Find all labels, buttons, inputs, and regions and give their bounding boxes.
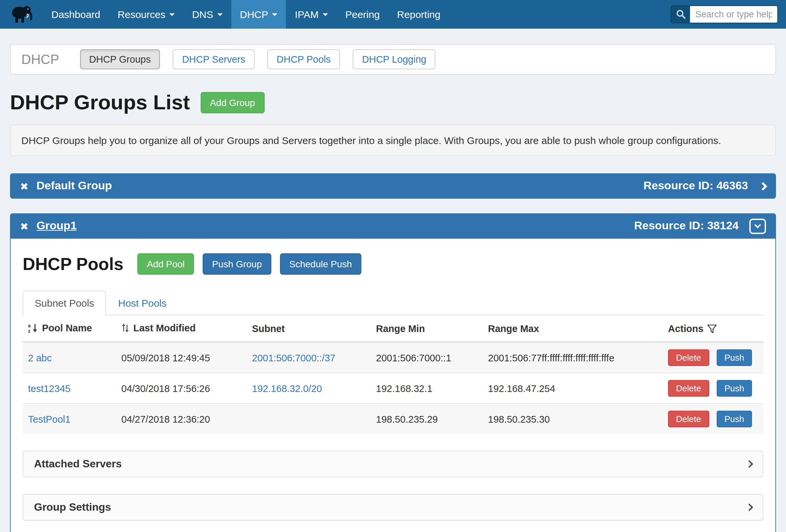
nav-item-dashboard[interactable]: Dashboard bbox=[43, 0, 109, 29]
dhcp-subnav: DHCP DHCP Groups DHCP Servers DHCP Pools… bbox=[10, 44, 776, 75]
subnav-dhcp-logging-button[interactable]: DHCP Logging bbox=[353, 49, 436, 69]
sort-icon[interactable] bbox=[121, 323, 129, 333]
group-header-group1[interactable]: ✖ Group1 Resource ID: 38124 bbox=[10, 213, 776, 239]
nav-item-dns[interactable]: DNS bbox=[183, 0, 231, 29]
delete-button[interactable]: Delete bbox=[668, 349, 709, 366]
nav-label: Reporting bbox=[397, 9, 440, 20]
column-header-pool-name[interactable]: a z Pool Name bbox=[23, 315, 116, 342]
section-label: DHCP bbox=[21, 52, 59, 67]
actions-cell: Delete Push bbox=[663, 404, 763, 434]
page: Dashboard Resources DNS DHCP IPAM Peerin… bbox=[0, 0, 786, 532]
subnet-link[interactable]: 192.168.32.0/20 bbox=[252, 383, 322, 394]
range-min-cell: 2001:506:7000::1 bbox=[371, 342, 483, 373]
accordion-label: Group Settings bbox=[34, 501, 111, 513]
mammoth-logo-icon bbox=[10, 4, 34, 25]
search-input[interactable] bbox=[690, 5, 778, 23]
push-button[interactable]: Push bbox=[716, 411, 752, 427]
column-header-range-min: Range Min bbox=[371, 315, 483, 342]
nav-label: IPAM bbox=[295, 9, 319, 20]
nav-item-resources[interactable]: Resources bbox=[109, 0, 183, 29]
nav-label: DNS bbox=[192, 9, 213, 20]
subnav-dhcp-groups-button[interactable]: DHCP Groups bbox=[80, 49, 160, 69]
column-label: Subnet bbox=[252, 323, 285, 334]
remove-group-icon[interactable]: ✖ bbox=[20, 181, 28, 191]
search-button[interactable] bbox=[671, 5, 690, 23]
add-group-button[interactable]: Add Group bbox=[201, 92, 264, 113]
pool-name-link[interactable]: TestPool1 bbox=[28, 414, 70, 424]
remove-group-icon[interactable]: ✖ bbox=[20, 221, 28, 231]
content-area: DHCP DHCP Groups DHCP Servers DHCP Pools… bbox=[0, 44, 786, 532]
chevron-right-icon[interactable] bbox=[759, 182, 767, 190]
pool-tabs: Subnet Pools Host Pools bbox=[23, 291, 763, 315]
subnet-pools-table: a z Pool Name bbox=[23, 315, 763, 434]
group-header-default-group[interactable]: ✖ Default Group Resource ID: 46363 bbox=[10, 174, 776, 199]
column-label: Range Min bbox=[376, 323, 425, 334]
chevron-down-icon bbox=[754, 221, 761, 228]
nav-item-peering[interactable]: Peering bbox=[337, 0, 388, 29]
nav-item-dhcp[interactable]: DHCP bbox=[231, 0, 286, 29]
group-settings-accordion[interactable]: Group Settings bbox=[23, 494, 763, 521]
add-pool-button[interactable]: Add Pool bbox=[137, 253, 194, 275]
page-title: DHCP Groups List bbox=[10, 91, 190, 115]
nav-item-reporting[interactable]: Reporting bbox=[388, 0, 449, 29]
push-group-button[interactable]: Push Group bbox=[203, 253, 271, 275]
push-button[interactable]: Push bbox=[716, 380, 752, 397]
delete-button[interactable]: Delete bbox=[668, 380, 709, 397]
delete-button[interactable]: Delete bbox=[668, 411, 709, 427]
dhcp-pools-header-row: DHCP Pools Add Pool Push Group Schedule … bbox=[23, 253, 763, 275]
nav-label: Dashboard bbox=[51, 9, 100, 20]
tab-subnet-pools[interactable]: Subnet Pools bbox=[23, 291, 106, 315]
actions-cell: Delete Push bbox=[663, 342, 763, 373]
column-header-subnet: Subnet bbox=[247, 315, 371, 342]
range-max-cell: 192.168.47.254 bbox=[483, 373, 663, 404]
table-header-row: a z Pool Name bbox=[23, 315, 763, 342]
main-nav: Dashboard Resources DNS DHCP IPAM Peerin… bbox=[43, 0, 449, 29]
nav-label: Resources bbox=[118, 9, 165, 20]
group1-panel-body: DHCP Pools Add Pool Push Group Schedule … bbox=[10, 239, 776, 532]
dhcp-pools-title: DHCP Pools bbox=[23, 254, 123, 274]
title-row: DHCP Groups List Add Group bbox=[10, 91, 776, 115]
pool-name-link[interactable]: test12345 bbox=[28, 383, 70, 394]
table-row: test12345 04/30/2018 17:56:26 192.168.32… bbox=[23, 373, 763, 404]
pool-name-link[interactable]: 2 abc bbox=[28, 352, 52, 363]
actions-cell: Delete Push bbox=[663, 373, 763, 404]
svg-text:a: a bbox=[28, 323, 31, 328]
tab-host-pools[interactable]: Host Pools bbox=[106, 291, 178, 315]
caret-down-icon bbox=[272, 13, 278, 16]
table-row: TestPool1 04/27/2018 12:36:20 198.50.235… bbox=[23, 404, 763, 434]
subnav-dhcp-pools-button[interactable]: DHCP Pools bbox=[267, 49, 340, 69]
push-button[interactable]: Push bbox=[716, 349, 752, 366]
subnet-link[interactable]: 2001:506:7000::/37 bbox=[252, 352, 335, 363]
top-navbar: Dashboard Resources DNS DHCP IPAM Peerin… bbox=[0, 0, 786, 29]
range-min-cell: 198.50.235.29 bbox=[371, 404, 483, 434]
group-panel-group1: ✖ Group1 Resource ID: 38124 DHCP Pools A… bbox=[10, 213, 776, 532]
column-header-last-modified[interactable]: Last Modified bbox=[116, 315, 247, 342]
group-name-link[interactable]: Group1 bbox=[36, 219, 77, 233]
filter-icon[interactable] bbox=[707, 324, 717, 333]
nav-item-ipam[interactable]: IPAM bbox=[286, 0, 337, 29]
description-box: DHCP Groups help you to organize all of … bbox=[10, 125, 776, 156]
resource-id-label: Resource ID: 38124 bbox=[634, 219, 739, 233]
attached-servers-accordion[interactable]: Attached Servers bbox=[23, 451, 763, 477]
last-modified-cell: 05/09/2018 12:49:45 bbox=[116, 342, 247, 373]
column-header-actions: Actions bbox=[663, 315, 763, 342]
caret-down-icon bbox=[323, 13, 328, 16]
accordion-label: Attached Servers bbox=[34, 458, 122, 470]
range-max-cell: 2001:506:77ff:ffff:ffff:ffff:ffff:fffe bbox=[483, 342, 663, 373]
mammoth-logo[interactable] bbox=[9, 2, 35, 26]
range-min-cell: 192.168.32.1 bbox=[371, 373, 483, 404]
schedule-push-button[interactable]: Schedule Push bbox=[280, 253, 361, 275]
subnav-dhcp-servers-button[interactable]: DHCP Servers bbox=[173, 49, 255, 69]
chevron-right-icon bbox=[746, 460, 753, 468]
collapse-toggle[interactable] bbox=[749, 218, 766, 234]
search-icon bbox=[676, 9, 686, 19]
subnet-cell-empty bbox=[247, 404, 371, 434]
chevron-right-icon bbox=[746, 504, 753, 511]
resource-id-label: Resource ID: 46363 bbox=[643, 179, 748, 193]
column-label: Actions bbox=[668, 323, 703, 334]
group-name: Default Group bbox=[36, 179, 112, 193]
table-row: 2 abc 05/09/2018 12:49:45 2001:506:7000:… bbox=[23, 342, 763, 373]
column-label: Pool Name bbox=[42, 323, 92, 333]
sort-alpha-icon[interactable]: a z bbox=[28, 323, 38, 333]
nav-label: DHCP bbox=[240, 9, 268, 20]
